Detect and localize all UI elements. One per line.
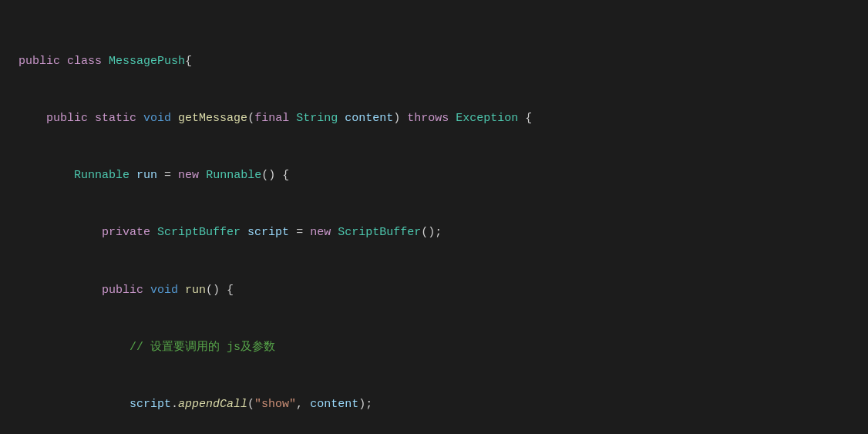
code-container: public class MessagePush{ public static … [0,0,868,434]
line-3: Runnable run = new Runnable() { [19,167,849,186]
line-1: public class MessagePush{ [19,52,849,72]
line-2: public static void getMessage(final Stri… [19,109,849,129]
code-block: public class MessagePush{ public static … [19,14,849,434]
line-4: private ScriptBuffer script = new Script… [19,224,849,243]
line-5: public void run() { [19,281,849,301]
line-6: // 设置要调用的 js及参数 [19,338,849,358]
line-7: script.appendCall("show", content); [19,395,849,415]
